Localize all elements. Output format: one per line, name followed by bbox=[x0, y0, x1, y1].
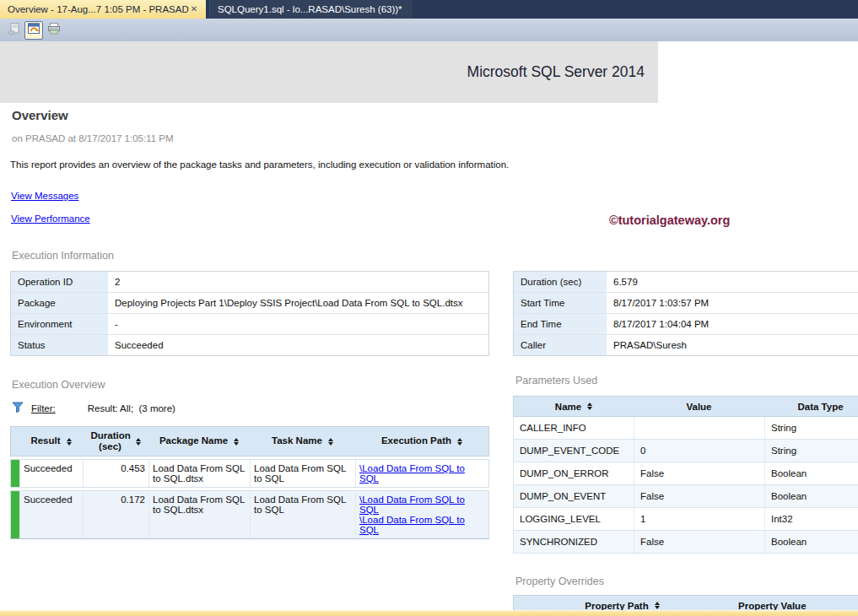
filter-summary: Result: All; (3 more) bbox=[88, 403, 175, 413]
table-row: Status Succeeded bbox=[11, 335, 488, 355]
row-label: Status bbox=[11, 335, 108, 355]
row-value: PRASAD\Suresh bbox=[607, 335, 687, 355]
result-cell: Succeeded bbox=[19, 460, 83, 487]
column-header-task[interactable]: Task Name bbox=[250, 427, 355, 456]
task-cell: Load Data From SQL to SQL bbox=[250, 491, 355, 538]
report-toolbar bbox=[0, 19, 858, 41]
execution-info-table-right: Duration (sec) 6.579 Start Time 8/17/201… bbox=[513, 271, 858, 356]
table-row: DUMP_ON_ERROR False Boolean bbox=[513, 462, 858, 485]
show-parent-report-button[interactable] bbox=[4, 21, 23, 40]
param-value: False bbox=[634, 531, 764, 553]
column-label: Property Path bbox=[585, 601, 648, 611]
param-name: DUMP_ON_ERROR bbox=[514, 462, 634, 484]
param-name: DUMP_EVENT_CODE bbox=[514, 440, 634, 462]
sort-icon[interactable] bbox=[136, 438, 141, 446]
task-cell: Load Data From SQL to SQL bbox=[250, 460, 355, 487]
column-label: Package Name bbox=[159, 435, 228, 446]
column-header-type[interactable]: Data Type bbox=[764, 397, 858, 416]
view-performance-link[interactable]: View Performance bbox=[11, 213, 90, 224]
filter-row: Filter: Result: All; (3 more) bbox=[12, 402, 175, 415]
sort-icon[interactable] bbox=[67, 438, 72, 446]
param-type: Boolean bbox=[764, 485, 858, 507]
bottom-accent-bar bbox=[0, 610, 858, 616]
report-subtitle: on PRASAD at 8/17/2017 1:05:11 PM bbox=[12, 133, 174, 143]
result-cell: Succeeded bbox=[19, 491, 83, 538]
row-label: End Time bbox=[514, 314, 607, 334]
column-label: Task Name bbox=[272, 435, 322, 446]
column-label: Execution Path bbox=[381, 435, 451, 446]
row-value: 2 bbox=[108, 272, 120, 292]
param-type: String bbox=[764, 440, 858, 462]
execution-info-table-left: Operation ID 2 Package Deploying Project… bbox=[10, 271, 489, 356]
column-header-name[interactable]: Name bbox=[514, 397, 634, 416]
row-label: Start Time bbox=[514, 293, 607, 313]
refresh-button[interactable] bbox=[24, 21, 43, 40]
table-row: End Time 8/17/2017 1:04:04 PM bbox=[514, 314, 858, 335]
parameters-used-heading: Parameters Used bbox=[515, 375, 597, 386]
print-button[interactable] bbox=[45, 21, 63, 40]
sort-icon[interactable] bbox=[328, 438, 333, 446]
row-value: - bbox=[108, 314, 118, 334]
column-header-value[interactable]: Value bbox=[634, 397, 764, 416]
execution-path-link[interactable]: \Load Data From SQL to SQL bbox=[359, 463, 485, 484]
row-value: Succeeded bbox=[108, 335, 164, 355]
param-type: String bbox=[764, 417, 858, 439]
tab-overview-report[interactable]: Overview - 17-Aug...7 1:05 PM - PRASAD ✕ bbox=[0, 0, 206, 19]
sort-icon[interactable] bbox=[234, 438, 239, 446]
execution-overview-table: Result Duration (sec) Package Name Task … bbox=[10, 426, 489, 539]
watermark-text: ©tutorialgateway.org bbox=[609, 213, 730, 227]
param-value: False bbox=[634, 485, 764, 507]
param-value bbox=[634, 417, 764, 439]
ssms-report-window: Overview - 17-Aug...7 1:05 PM - PRASAD ✕… bbox=[0, 0, 858, 616]
param-value: False bbox=[634, 462, 764, 484]
row-label: Operation ID bbox=[11, 272, 108, 292]
duration-cell: 0.172 bbox=[83, 491, 148, 538]
row-value: 6.579 bbox=[607, 272, 638, 292]
column-label: Result bbox=[30, 435, 60, 446]
table-row: Package Deploying Projects Part 1\Deploy… bbox=[11, 293, 488, 314]
table-row: DUMP_ON_EVENT False Boolean bbox=[513, 485, 858, 508]
param-type: Int32 bbox=[764, 508, 858, 530]
table-header-row: Name Value Data Type bbox=[513, 396, 858, 417]
status-indicator-green bbox=[11, 491, 19, 538]
column-header-result[interactable]: Result bbox=[19, 427, 83, 456]
table-row: Environment - bbox=[11, 314, 488, 335]
execution-path-link[interactable]: \Load Data From SQL to SQL bbox=[359, 494, 485, 515]
view-messages-link[interactable]: View Messages bbox=[11, 191, 78, 201]
param-type: Boolean bbox=[764, 462, 858, 484]
column-header-package[interactable]: Package Name bbox=[148, 427, 250, 456]
column-label: Data Type bbox=[797, 402, 843, 412]
column-label: Name bbox=[555, 402, 581, 412]
row-value: 8/17/2017 1:04:04 PM bbox=[607, 314, 709, 334]
table-row: LOGGING_LEVEL 1 Int32 bbox=[513, 508, 858, 531]
table-row: Caller PRASAD\Suresh bbox=[514, 335, 858, 355]
row-label: Package bbox=[11, 293, 108, 313]
product-title: Microsoft SQL Server 2014 bbox=[467, 41, 645, 103]
table-row: SYNCHRONIZED False Boolean bbox=[513, 531, 858, 554]
path-cell: \Load Data From SQL to SQL bbox=[355, 460, 488, 487]
execution-path-link[interactable]: \Load Data From SQL to SQL bbox=[359, 515, 485, 535]
column-label: Duration (sec) bbox=[91, 430, 130, 452]
column-header-duration[interactable]: Duration (sec) bbox=[83, 427, 148, 456]
close-icon[interactable]: ✕ bbox=[189, 4, 199, 14]
filter-link[interactable]: Filter: bbox=[31, 403, 56, 413]
status-indicator-green bbox=[11, 460, 19, 487]
column-header-path[interactable]: Execution Path bbox=[355, 427, 488, 456]
parameters-table: Name Value Data Type CALLER_INFO String … bbox=[513, 396, 858, 554]
row-value: 8/17/2017 1:03:57 PM bbox=[607, 293, 709, 313]
package-cell: Load Data From SQL to SQL.dtsx bbox=[148, 491, 250, 538]
column-label: Value bbox=[686, 402, 711, 412]
sort-icon[interactable] bbox=[655, 602, 660, 609]
param-name: DUMP_ON_EVENT bbox=[514, 485, 634, 507]
sort-icon[interactable] bbox=[587, 403, 592, 410]
table-row: Start Time 8/17/2017 1:03:57 PM bbox=[514, 293, 858, 314]
param-type: Boolean bbox=[764, 531, 858, 553]
tab-sqlquery[interactable]: SQLQuery1.sql - lo...RASAD\Suresh (63))* bbox=[209, 0, 413, 19]
table-header-row: Result Duration (sec) Package Name Task … bbox=[10, 426, 489, 457]
duration-cell: 0.453 bbox=[83, 460, 148, 487]
param-name: SYNCHRONIZED bbox=[514, 531, 634, 553]
page-title: Overview bbox=[12, 108, 68, 122]
table-row: CALLER_INFO String bbox=[513, 417, 858, 440]
report-banner: Microsoft SQL Server 2014 bbox=[0, 41, 658, 103]
sort-icon[interactable] bbox=[457, 438, 462, 446]
